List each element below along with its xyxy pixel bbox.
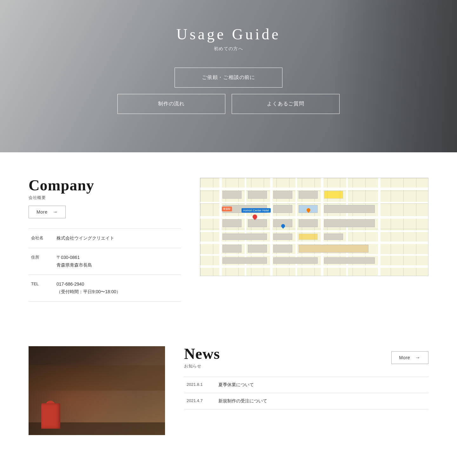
map-block-1: [222, 191, 242, 199]
news-title: 夏季休業について: [216, 377, 428, 393]
news-more-label: More: [399, 355, 410, 360]
hero-title: Usage Guide: [176, 25, 281, 43]
map-hotel-label: Aomori Center Hotel: [242, 208, 271, 213]
road-h1: [200, 188, 428, 190]
news-date: 2021.4.7: [184, 393, 216, 409]
news-table-row[interactable]: 2021.4.7新規制作の受注について: [184, 393, 428, 409]
map-block-2: [248, 191, 267, 199]
company-table-row: 会社名株式会社ウイングクリエイト: [29, 229, 181, 248]
hero-flow-button[interactable]: 制作の流れ: [117, 94, 225, 114]
hero-faq-button[interactable]: よくあるご質問: [232, 94, 340, 114]
map-block-5: [324, 191, 343, 199]
company-table-row: 住所〒030-0861 青森県青森市長島: [29, 248, 181, 275]
map-image: Aomori Center Hotel 青森駅: [200, 178, 428, 276]
map-block-9: [324, 205, 375, 213]
company-row-label: TEL: [29, 275, 54, 302]
hero-subtitle: 初めての方へ: [176, 46, 281, 52]
lamp-shade: [44, 399, 55, 408]
news-title: 新規制作の受注について: [216, 393, 428, 409]
map-block-23: [222, 257, 267, 264]
company-table-row: TEL017-686-2940 （受付時間：平日9:00〜18:00）: [29, 275, 181, 302]
news-heading-ja: お知らせ: [184, 363, 220, 369]
company-more-button[interactable]: More →: [29, 206, 66, 218]
hero-buttons: ご依頼・ご相談の前に 制作の流れ よくあるご質問: [0, 68, 457, 114]
road-v5: [321, 178, 323, 276]
road-h7: [200, 265, 428, 268]
company-info: Company 会社概要 More → 会社名株式会社ウイングクリエイト住所〒0…: [29, 178, 181, 302]
news-heading-block: News お知らせ: [184, 346, 220, 369]
road-h5: [200, 241, 428, 244]
company-map: Aomori Center Hotel 青森駅: [200, 178, 428, 276]
road-h6: [200, 254, 428, 256]
map-block-17: [299, 234, 318, 240]
company-row-value: 〒030-0861 青森県青森市長島: [54, 248, 181, 275]
company-heading-en: Company: [29, 178, 181, 193]
hero-secondary-buttons: 制作の流れ よくあるご質問: [117, 94, 340, 114]
road-v3: [270, 178, 273, 276]
map-pin-orange: [307, 208, 310, 212]
company-row-value: 株式会社ウイングクリエイト: [54, 229, 181, 248]
news-header-row: News お知らせ More →: [184, 346, 428, 369]
hero-section: Usage Guide 初めての方へ ご依頼・ご相談の前に 制作の流れ よくある…: [0, 0, 457, 152]
map-block-19: [222, 245, 242, 253]
news-table: 2021.8.1夏季休業について2021.4.7新規制作の受注について: [184, 377, 428, 409]
news-section: News お知らせ More → 2021.8.1夏季休業について2021.4.…: [0, 327, 457, 460]
news-heading-en: News: [184, 346, 220, 361]
map-block-15: [222, 234, 267, 240]
map-block-7: [273, 205, 292, 213]
company-section: Company 会社概要 More → 会社名株式会社ウイングクリエイト住所〒0…: [0, 152, 457, 327]
map-block-16: [273, 234, 292, 240]
hero-text-block: Usage Guide 初めての方へ: [176, 25, 281, 68]
map-block-3: [273, 191, 292, 199]
company-more-arrow-icon: →: [53, 209, 58, 215]
map-block-13: [299, 219, 318, 227]
news-more-button[interactable]: More →: [391, 351, 428, 364]
hero-primary-button[interactable]: ご依頼・ご相談の前に: [175, 68, 282, 88]
wall-element: [29, 365, 165, 391]
lamp-pole: [51, 407, 53, 426]
map-block-4: [299, 191, 318, 199]
company-row-value: 017-686-2940 （受付時間：平日9:00〜18:00）: [54, 275, 181, 302]
company-more-label: More: [36, 209, 48, 215]
news-more-arrow-icon: →: [415, 355, 421, 360]
news-content: News お知らせ More → 2021.8.1夏季休業について2021.4.…: [184, 346, 428, 409]
road-v1: [219, 178, 222, 276]
company-heading-ja: 会社概要: [29, 195, 181, 201]
road-h2: [200, 202, 428, 203]
news-table-row[interactable]: 2021.8.1夏季休業について: [184, 377, 428, 393]
map-pin-blue: [281, 224, 285, 228]
map-block-21: [273, 245, 292, 253]
hero-background: Usage Guide 初めての方へ ご依頼・ご相談の前に 制作の流れ よくある…: [0, 0, 457, 152]
road-h3: [200, 216, 428, 219]
map-inner: Aomori Center Hotel 青森駅: [200, 178, 428, 276]
news-office-image: [29, 346, 165, 435]
map-station-label: 青森駅: [222, 207, 232, 211]
map-block-24: [273, 257, 318, 264]
map-block-10: [222, 219, 242, 227]
map-block-14: [324, 219, 375, 227]
news-date: 2021.8.1: [184, 377, 216, 393]
map-block-22: [299, 245, 368, 253]
desk-surface: [29, 422, 165, 435]
road-h4: [200, 230, 428, 232]
company-row-label: 住所: [29, 248, 54, 275]
company-row-label: 会社名: [29, 229, 54, 248]
company-table: 会社名株式会社ウイングクリエイト住所〒030-0861 青森県青森市長島TEL0…: [29, 228, 181, 302]
map-block-11: [248, 219, 267, 227]
map-block-20: [248, 245, 267, 253]
map-pin-red: [253, 215, 257, 219]
road-v7: [378, 178, 381, 276]
map-block-25: [324, 257, 375, 264]
map-block-18: [324, 234, 343, 240]
